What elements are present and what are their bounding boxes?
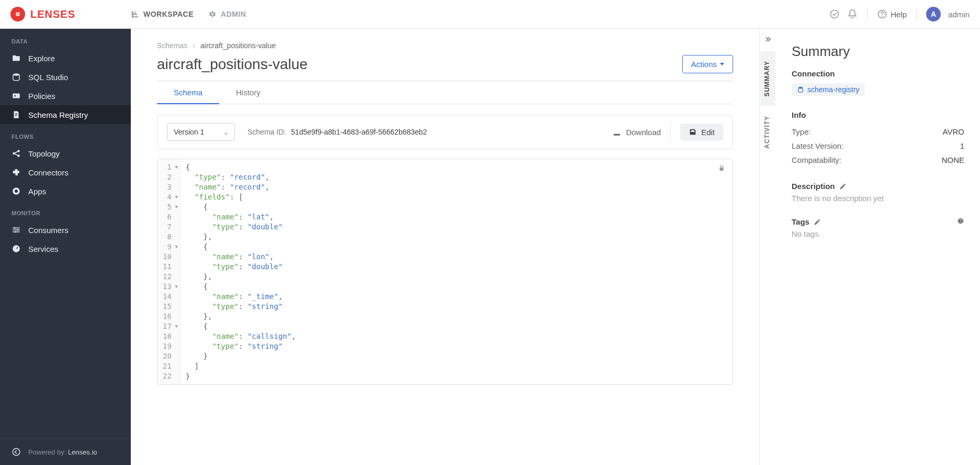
sidebar-footer: Powered by: Lenses.io (0, 438, 131, 465)
edit-icon[interactable] (814, 218, 821, 226)
avatar[interactable]: A (926, 7, 941, 21)
download-button[interactable]: Download (612, 127, 661, 137)
line-number: 2 (167, 172, 171, 182)
breadcrumb-current: aircraft_positions-value (200, 41, 276, 50)
sidebar-item-sql[interactable]: SQL Studio (0, 68, 131, 86)
help-label: Help (891, 10, 907, 19)
description-label: Description (792, 182, 835, 191)
svg-point-14 (17, 229, 19, 231)
page-title: aircraft_positions-value (157, 56, 308, 73)
description-empty: There is no description yet (792, 194, 964, 203)
chevron-down-icon: ⌄ (223, 128, 229, 136)
gauge-icon (12, 244, 21, 253)
gear-icon (208, 10, 217, 18)
logo-text: LENSES (30, 8, 75, 20)
line-number: 12 (163, 272, 172, 282)
sidebar-item-explore[interactable]: Explore (0, 49, 131, 68)
tab-schema[interactable]: Schema (157, 81, 219, 104)
line-number: 15 (163, 302, 172, 312)
schema-id-label: Schema ID: (247, 128, 286, 136)
line-number: 4 (167, 192, 171, 202)
sidebar-item-consumers[interactable]: Consumers (0, 220, 131, 239)
sidebar-item-label: Explore (28, 54, 55, 63)
sidebar-item-topology[interactable]: Topology (0, 144, 131, 163)
gutter: 1▼ 2 3 4▼ 5▼ 6 7 8 9▼ 10 11 12 13▼ 14 15… (157, 159, 181, 384)
svg-point-7 (14, 95, 16, 97)
info-row-type: Type: AVRO (792, 125, 964, 139)
sidebar-item-label: Connectors (28, 168, 69, 177)
sidebar-section-flows: FLOWS (0, 124, 131, 144)
line-number: 20 (163, 351, 172, 361)
connection-label: Connection (792, 69, 964, 78)
edit-icon[interactable] (839, 183, 847, 190)
info-key: Compatability: (792, 156, 841, 164)
sidebar-item-label: Topology (28, 149, 60, 158)
powered-by-brand[interactable]: Lenses.io (68, 448, 97, 456)
version-select[interactable]: Version 1 ⌄ (167, 123, 235, 141)
info-value: NONE (942, 156, 964, 164)
tab-history[interactable]: History (219, 81, 277, 104)
sidebar-section-monitor: MONITOR (0, 201, 131, 220)
line-number: 7 (167, 222, 171, 232)
svg-point-20 (961, 223, 961, 223)
nav-admin-label: ADMIN (221, 10, 246, 18)
svg-point-4 (882, 16, 883, 17)
breadcrumb: Schemas › aircraft_positions-value (157, 41, 733, 50)
puzzle-icon (12, 168, 21, 177)
nav-admin[interactable]: ADMIN (208, 10, 246, 18)
sidebar-item-services[interactable]: Services (0, 239, 131, 258)
info-key: Type: (792, 127, 811, 136)
nav-workspace[interactable]: WORKSPACE (131, 10, 194, 18)
top-right: Help A admin (829, 7, 970, 21)
breadcrumb-root[interactable]: Schemas (157, 41, 187, 50)
username: admin (948, 10, 970, 19)
collapse-panel-icon[interactable] (764, 29, 772, 51)
schema-id-value: 51d5e9f9-a8b1-4683-a69f-56662b683eb2 (291, 127, 427, 137)
edit-button[interactable]: Edit (680, 124, 723, 141)
side-rail: SUMMARY ACTIVITY (759, 29, 776, 465)
tags-empty: No tags (792, 229, 964, 238)
line-number: 11 (163, 262, 172, 272)
record-icon (12, 186, 21, 196)
info-row-latest: Latest Version: 1 (792, 139, 964, 153)
line-number: 16 (163, 312, 172, 322)
sidebar-item-label: SQL Studio (28, 73, 68, 82)
logo[interactable]: LENSES (10, 7, 131, 21)
svg-point-18 (798, 87, 803, 89)
code-body[interactable]: { "type": "record", "name": "record", "f… (181, 159, 733, 384)
help-icon[interactable] (957, 217, 964, 226)
sidebar-item-schema-registry[interactable]: Schema Registry (0, 105, 131, 124)
separator (670, 123, 671, 141)
sidebar-item-label: Policies (28, 92, 55, 101)
line-number: 1 (167, 162, 171, 172)
database-icon (797, 86, 804, 93)
line-number: 21 (163, 361, 172, 371)
connection-chip[interactable]: schema-registry (792, 83, 865, 96)
rail-tab-summary[interactable]: SUMMARY (760, 51, 775, 106)
svg-point-5 (13, 73, 19, 76)
line-number: 8 (167, 232, 171, 242)
svg-rect-6 (13, 94, 20, 98)
status-icon[interactable] (829, 9, 840, 19)
content: Schemas › aircraft_positions-value aircr… (131, 29, 759, 465)
help-button[interactable]: Help (877, 9, 907, 19)
code-editor[interactable]: 1▼ 2 3 4▼ 5▼ 6 7 8 9▼ 10 11 12 13▼ 14 15… (157, 159, 733, 385)
id-card-icon (12, 91, 21, 101)
bell-icon[interactable] (847, 9, 858, 19)
sidebar-item-apps[interactable]: Apps (0, 182, 131, 201)
line-number: 22 (163, 371, 172, 381)
actions-button[interactable]: Actions (682, 55, 733, 73)
caret-down-icon (720, 63, 724, 65)
info-row-compat: Compatability: NONE (792, 153, 964, 167)
line-number: 10 (163, 252, 172, 262)
summary-panel: Summary Connection schema-registry Info … (776, 29, 980, 465)
back-icon[interactable] (12, 447, 21, 457)
sidebar-section-data: DATA (0, 29, 131, 49)
lock-icon (718, 164, 725, 174)
sidebar-item-policies[interactable]: Policies (0, 86, 131, 105)
download-label: Download (626, 128, 661, 137)
line-number: 17 (163, 322, 172, 331)
rail-tab-activity[interactable]: ACTIVITY (760, 106, 775, 158)
sidebar-item-connectors[interactable]: Connectors (0, 163, 131, 182)
schema-id: Schema ID: 51d5e9f9-a8b1-4683-a69f-56662… (247, 127, 427, 137)
